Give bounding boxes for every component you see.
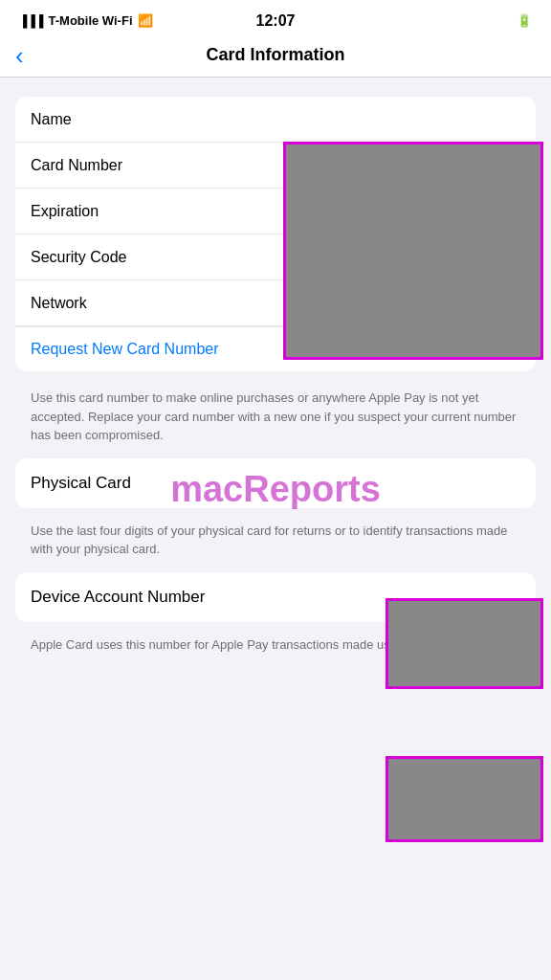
carrier-label: T-Mobile Wi-Fi bbox=[49, 13, 133, 28]
redacted-overlay-device bbox=[386, 756, 543, 842]
name-label: Name bbox=[31, 111, 72, 128]
security-code-label: Security Code bbox=[31, 249, 127, 266]
physical-card-label: Physical Card bbox=[31, 474, 131, 493]
network-label: Network bbox=[31, 295, 87, 312]
card-description: Use this card number to make online purc… bbox=[15, 379, 536, 458]
battery-icon: 🔋 bbox=[517, 13, 532, 28]
card-number-label: Card Number bbox=[31, 157, 122, 174]
physical-card-description: Use the last four digits of your physica… bbox=[15, 516, 536, 572]
redacted-overlay-top bbox=[283, 142, 543, 360]
redacted-overlay-physical bbox=[386, 598, 543, 689]
request-new-card-link[interactable]: Request New Card Number bbox=[31, 341, 219, 357]
page-title: Card Information bbox=[206, 45, 344, 65]
status-right: 🔋 bbox=[517, 13, 532, 28]
carrier-info: ▐▐▐ T-Mobile Wi-Fi 📶 bbox=[19, 13, 153, 28]
status-time: 12:07 bbox=[256, 12, 296, 30]
page-wrapper: ▐▐▐ T-Mobile Wi-Fi 📶 12:07 🔋 ‹ Card Info… bbox=[0, 0, 551, 980]
back-button[interactable]: ‹ bbox=[15, 43, 24, 68]
device-account-label: Device Account Number bbox=[31, 588, 205, 607]
expiration-label: Expiration bbox=[31, 203, 99, 220]
wifi-icon: 📶 bbox=[138, 13, 153, 28]
physical-card-row: Physical Card bbox=[15, 458, 536, 508]
physical-card-section: Physical Card bbox=[15, 458, 536, 508]
nav-bar: ‹ Card Information bbox=[0, 37, 551, 78]
signal-icon: ▐▐▐ bbox=[19, 14, 44, 28]
name-row: Name bbox=[15, 97, 536, 143]
status-bar: ▐▐▐ T-Mobile Wi-Fi 📶 12:07 🔋 bbox=[0, 0, 551, 37]
